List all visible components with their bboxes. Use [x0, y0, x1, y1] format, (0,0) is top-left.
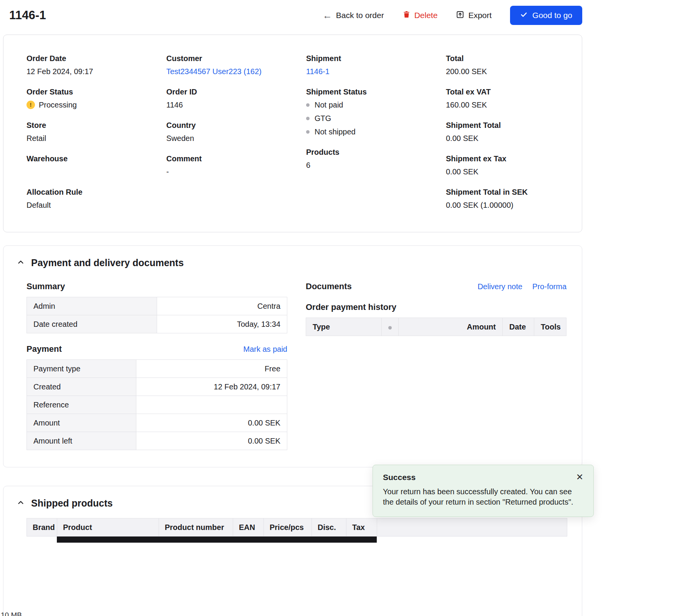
- field-customer: Customer Test2344567 User223 (162): [166, 53, 306, 76]
- shipment-ex-tax-label: Shipment ex Tax: [446, 154, 559, 164]
- order-payment-history-title: Order payment history: [306, 302, 566, 312]
- documents-title: Documents: [306, 282, 352, 291]
- mark-as-paid-link[interactable]: Mark as paid: [243, 345, 288, 354]
- back-arrow-icon: ←: [323, 11, 332, 20]
- toast-message: Your return has been successfully create…: [383, 487, 583, 507]
- kv-value-cell: Centra: [157, 297, 287, 315]
- order-id-label: Order ID: [166, 87, 306, 97]
- order-status-value: Processing: [39, 100, 77, 110]
- total-ex-vat-value: 160.00 SEK: [446, 100, 559, 110]
- good-to-go-button[interactable]: Good to go: [510, 6, 582, 25]
- warehouse-value: [27, 167, 166, 177]
- delete-button[interactable]: Delete: [403, 10, 438, 20]
- delete-label: Delete: [414, 11, 438, 20]
- shipped-products-table: Brand Product Product number EAN Price/p…: [27, 518, 567, 537]
- pro-forma-link[interactable]: Pro-forma: [532, 282, 566, 291]
- overview-column-2: Customer Test2344567 User223 (162) Order…: [166, 53, 306, 220]
- warehouse-label: Warehouse: [27, 154, 166, 164]
- back-to-order-label: Back to order: [336, 11, 384, 20]
- close-icon[interactable]: ✕: [576, 473, 583, 482]
- column-header-tax: Tax: [346, 518, 377, 537]
- shipment-label: Shipment: [306, 53, 446, 63]
- column-header-date: Date: [503, 318, 534, 336]
- customer-link[interactable]: Test2344567 User223 (162): [166, 67, 262, 76]
- documents-right-column: Documents Delivery note Pro-forma Order …: [306, 271, 566, 450]
- shipment-link[interactable]: 1146-1: [306, 67, 330, 76]
- column-header-product: Product: [57, 518, 159, 537]
- summary-table: Admin Centra Date created Today, 13:34: [27, 297, 287, 333]
- shipped-products-title: Shipped products: [31, 498, 113, 509]
- kv-value-cell: 12 Feb 2024, 09:17: [136, 378, 287, 396]
- comment-label: Comment: [166, 154, 306, 164]
- back-to-order-button[interactable]: ← Back to order: [323, 11, 384, 20]
- payment-section-title: Payment and delivery documents: [31, 257, 184, 268]
- collapse-shipped-section-button[interactable]: [16, 498, 26, 508]
- overview-column-1: Order Date 12 Feb 2024, 09:17 Order Stat…: [27, 53, 166, 220]
- order-payment-history-table: Type Amount Date Tools: [306, 318, 566, 336]
- page-header: 1146-1 ← Back to order Delete Export Goo…: [3, 3, 582, 28]
- shipment-total-label: Shipment Total: [446, 120, 559, 130]
- kv-label-cell: Amount: [27, 414, 136, 432]
- field-total-ex-vat: Total ex VAT 160.00 SEK: [446, 87, 559, 110]
- shipment-total-in-sek-label: Shipment Total in SEK: [446, 187, 559, 197]
- collapse-payment-section-button[interactable]: [16, 258, 26, 268]
- kv-value-cell: [136, 396, 287, 414]
- allocation-rule-label: Allocation Rule: [27, 187, 166, 197]
- table-row: Reference: [27, 396, 287, 414]
- field-order-id: Order ID 1146: [166, 87, 306, 110]
- payment-table: Payment type Free Created 12 Feb 2024, 0…: [27, 359, 287, 450]
- warning-icon: !: [27, 101, 35, 109]
- table-row: Admin Centra: [27, 297, 287, 315]
- kv-label-cell: Admin: [27, 297, 157, 315]
- export-button[interactable]: Export: [456, 10, 492, 21]
- column-header-brand: Brand: [27, 518, 57, 537]
- total-value: 200.00 SEK: [446, 66, 559, 76]
- field-order-status: Order Status ! Processing: [27, 87, 166, 110]
- allocation-rule-value: Default: [27, 200, 166, 210]
- shipment-status-list: Not paid GTG Not shipped: [306, 100, 446, 137]
- header-actions: ← Back to order Delete Export Good to go: [323, 6, 582, 25]
- total-ex-vat-label: Total ex VAT: [446, 87, 559, 97]
- status-item-label: Not paid: [315, 100, 343, 110]
- country-label: Country: [166, 120, 306, 130]
- kv-value-cell: 0.00 SEK: [136, 432, 287, 450]
- document-links: Delivery note Pro-forma: [477, 282, 566, 291]
- table-row: Amount left 0.00 SEK: [27, 432, 287, 450]
- status-dot-icon: [388, 326, 392, 330]
- order-date-value: 12 Feb 2024, 09:17: [27, 66, 166, 76]
- kv-label-cell: Reference: [27, 396, 136, 414]
- column-header-filler: [377, 518, 567, 537]
- table-row: Created 12 Feb 2024, 09:17: [27, 378, 287, 396]
- status-item: Not paid: [306, 100, 446, 110]
- field-shipment-status: Shipment Status Not paid GTG Not shipped: [306, 87, 446, 137]
- export-label: Export: [468, 11, 492, 20]
- total-label: Total: [446, 53, 559, 63]
- status-item-label: Not shipped: [315, 127, 356, 137]
- kv-label-cell: Amount left: [27, 432, 136, 450]
- delivery-note-link[interactable]: Delivery note: [477, 282, 522, 291]
- overview-column-4: Total 200.00 SEK Total ex VAT 160.00 SEK…: [446, 53, 559, 220]
- export-icon: [456, 10, 464, 21]
- success-toast: Success ✕ Your return has been successfu…: [373, 465, 594, 517]
- check-icon: [520, 11, 528, 20]
- file-size-text: 10 MB: [1, 611, 22, 616]
- page-title: 1146-1: [9, 8, 46, 22]
- chevron-up-icon: [17, 498, 25, 508]
- payment-title: Payment: [27, 344, 62, 354]
- status-item: Not shipped: [306, 127, 446, 137]
- shipment-total-in-sek-value: 0.00 SEK (1.00000): [446, 200, 559, 210]
- status-dot-icon: [306, 103, 310, 107]
- chevron-up-icon: [17, 258, 25, 268]
- column-header-amount: Amount: [398, 318, 502, 336]
- order-id-value: 1146: [166, 100, 306, 110]
- field-country: Country Sweden: [166, 120, 306, 143]
- shipment-total-value: 0.00 SEK: [446, 133, 559, 143]
- partial-product-row: [57, 537, 377, 543]
- table-header-row: Type Amount Date Tools: [306, 318, 566, 336]
- field-products: Products 6: [306, 147, 446, 170]
- column-header-disc: Disc.: [312, 518, 346, 537]
- field-shipment-ex-tax: Shipment ex Tax 0.00 SEK: [446, 154, 559, 177]
- field-allocation-rule: Allocation Rule Default: [27, 187, 166, 210]
- products-value: 6: [306, 160, 446, 170]
- column-header-type: Type: [306, 318, 382, 336]
